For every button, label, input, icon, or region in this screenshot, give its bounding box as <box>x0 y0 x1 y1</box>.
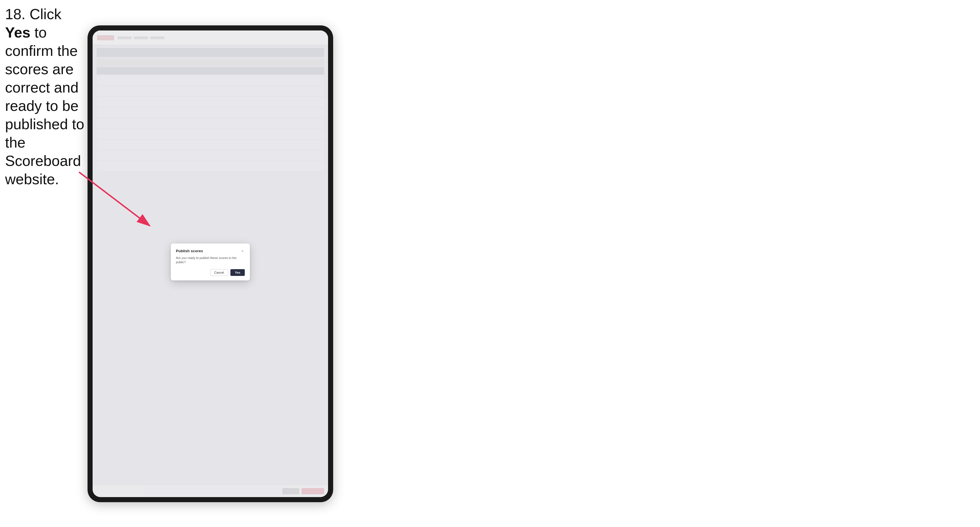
modal-footer: Cancel Yes <box>176 269 245 276</box>
modal-title: Publish scores <box>176 249 203 253</box>
cancel-button[interactable]: Cancel <box>210 269 228 276</box>
yes-button[interactable]: Yes <box>231 269 245 276</box>
instruction-text: 18. Click Yes to confirm the scores are … <box>5 5 87 189</box>
step-number: 18. <box>5 6 25 22</box>
publish-scores-modal: Publish scores × Are you ready to publis… <box>171 243 250 281</box>
modal-title-row: Publish scores × <box>176 249 245 253</box>
instruction-bold: Yes <box>5 24 30 41</box>
modal-body-text: Are you ready to publish these scores to… <box>176 256 245 265</box>
tablet-device: Publish scores × Are you ready to publis… <box>88 25 333 502</box>
tablet-screen: Publish scores × Are you ready to publis… <box>92 30 328 497</box>
instruction-plain: Click <box>25 6 61 22</box>
modal-close-button[interactable]: × <box>240 249 245 253</box>
instruction-rest: to confirm the scores are correct and re… <box>5 24 84 187</box>
